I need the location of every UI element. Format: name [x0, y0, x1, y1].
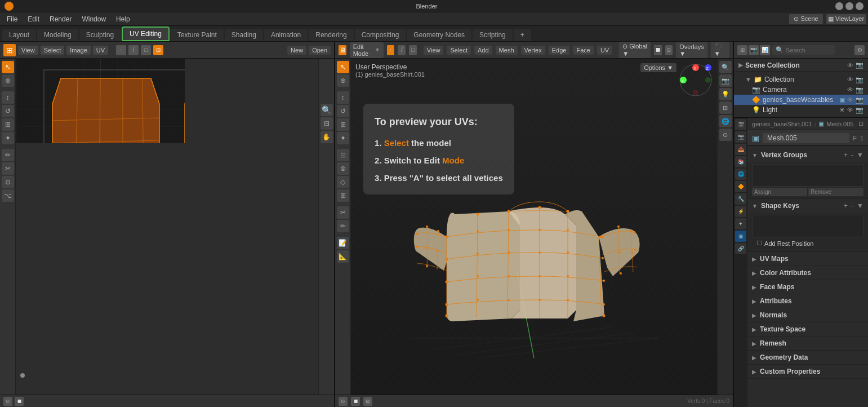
vp-zoom-icon[interactable]: 🔍: [719, 61, 732, 73]
vp-tool-cursor[interactable]: ⊕: [337, 74, 349, 87]
viewport-scene[interactable]: ↖ ⊕ ↕ ↺ ⊞ ✦ ⊡ ⊚ ◇ ⊞ ✂ ✏ 📝 📐: [335, 59, 733, 395]
vp-tool-rotate[interactable]: ↺: [337, 105, 349, 117]
tab-geometry-nodes[interactable]: Geometry Nodes: [407, 29, 471, 41]
nav-gizmo[interactable]: X Y Z: [679, 63, 713, 97]
tree-light[interactable]: 💡 Light ☀ 👁 📷: [734, 105, 868, 115]
viewport-snap-icon[interactable]: 🔲: [654, 45, 662, 55]
vp-tool-transform[interactable]: ✦: [337, 132, 349, 144]
shape-keys-options[interactable]: ▼: [857, 202, 863, 210]
right-panel-search[interactable]: [786, 47, 831, 54]
collection-camera[interactable]: 📷: [856, 76, 863, 83]
uv-select-vertices[interactable]: ·: [116, 45, 126, 55]
vp-x-mirror[interactable]: ⊠: [363, 397, 372, 406]
shape-keys-header[interactable]: ▼ Shape Keys + - ▼: [747, 199, 868, 213]
tab-uv-editing[interactable]: UV Editing: [122, 26, 170, 41]
tool-select[interactable]: ↖: [2, 61, 14, 73]
viewport-shading-btn[interactable]: ⚫ ▼: [711, 42, 729, 58]
uv-select-islands[interactable]: ⊡: [153, 45, 163, 55]
vp-tool-knife[interactable]: ✂: [337, 206, 349, 219]
tool-scale[interactable]: ⊞: [2, 118, 14, 131]
normals-header[interactable]: ▶ Normals: [747, 308, 868, 322]
vp-tool-move[interactable]: ↕: [337, 91, 349, 104]
uv-select-menu[interactable]: Select: [41, 46, 65, 55]
texture-space-header[interactable]: ▶ Texture Space: [747, 322, 868, 336]
viewport-proportional-icon[interactable]: ⊙: [665, 45, 673, 55]
tab-sculpting[interactable]: Sculpting: [79, 29, 121, 41]
menu-help[interactable]: Help: [112, 14, 135, 24]
custom-properties-header[interactable]: ▶ Custom Properties: [747, 365, 868, 378]
color-attributes-header[interactable]: ▶ Color Attributes: [747, 266, 868, 280]
vertex-groups-remove[interactable]: -: [851, 151, 853, 159]
menu-window[interactable]: Window: [77, 14, 110, 24]
viewport-global-selector[interactable]: ⊙ Global ▼: [619, 42, 651, 58]
tool-transform[interactable]: ✦: [2, 132, 14, 144]
uv-select-faces[interactable]: □: [141, 45, 151, 55]
shape-keys-remove[interactable]: -: [851, 202, 853, 210]
shape-keys-add[interactable]: +: [844, 202, 848, 210]
prop-scene-icon[interactable]: 🎬: [735, 119, 746, 130]
viewport-mesh-menu[interactable]: Mesh: [496, 46, 518, 55]
close-button[interactable]: [856, 2, 863, 10]
wearables-vis[interactable]: 👁: [847, 96, 853, 103]
mesh-edge-mode[interactable]: /: [398, 45, 406, 55]
rh-settings[interactable]: ⚙: [854, 45, 865, 55]
attributes-header[interactable]: ▶ Attributes: [747, 294, 868, 308]
vp-grid-icon[interactable]: ⊞: [719, 101, 732, 114]
tab-texture-paint[interactable]: Texture Paint: [171, 29, 224, 41]
vp-tool-annotate[interactable]: 📝: [337, 237, 349, 249]
tool-cursor[interactable]: ⊕: [2, 74, 14, 87]
tool-move[interactable]: ↕: [2, 91, 14, 104]
uv-open-button[interactable]: Open: [309, 46, 331, 55]
tab-modeling[interactable]: Modeling: [37, 29, 78, 41]
light-render[interactable]: 📷: [856, 107, 863, 114]
rh-icon2[interactable]: 📷: [749, 45, 759, 55]
viewport-add-menu[interactable]: Add: [474, 46, 492, 55]
wearables-render[interactable]: 📷: [856, 96, 863, 104]
tab-rendering[interactable]: Rendering: [309, 29, 353, 41]
tab-shading[interactable]: Shading: [225, 29, 263, 41]
menu-render[interactable]: Render: [45, 14, 76, 24]
minimize-button[interactable]: [835, 2, 843, 10]
camera-toggle-scene[interactable]: 📷: [856, 61, 863, 69]
viewport-edge-menu[interactable]: Edge: [549, 46, 570, 55]
vp-light-icon[interactable]: 💡: [719, 88, 732, 100]
rh-icon3[interactable]: 📊: [760, 45, 770, 55]
edit-mode-selector[interactable]: Edit Mode ▼: [350, 42, 384, 58]
prop-render-icon[interactable]: 📷: [735, 131, 746, 143]
uv-snap-icon[interactable]: 🔲: [15, 397, 24, 406]
face-maps-header[interactable]: ▶ Face Maps: [747, 280, 868, 294]
viewport-editor-icon[interactable]: 🖥: [339, 45, 346, 55]
prop-particle-icon[interactable]: ✦: [735, 218, 746, 229]
vertex-groups-header[interactable]: ▼ Vertex Groups + - ▼: [747, 148, 868, 162]
scene-selector[interactable]: ⊙ Scene: [789, 14, 823, 24]
vg-btn1[interactable]: Assign: [752, 188, 807, 196]
camera-render[interactable]: 📷: [856, 86, 863, 94]
grab-pan-btn[interactable]: ✋: [321, 131, 333, 143]
tab-scripting[interactable]: Scripting: [473, 29, 513, 41]
camera-vis[interactable]: 👁: [847, 86, 853, 93]
prop-shader-icon[interactable]: ⚡: [735, 206, 746, 217]
menu-file[interactable]: File: [2, 14, 22, 24]
viewport-options-btn[interactable]: Options ▼: [640, 63, 676, 72]
vertex-groups-add[interactable]: +: [844, 151, 848, 159]
maximize-button[interactable]: [845, 2, 853, 10]
uv-maps-header[interactable]: ▶ UV Maps: [747, 252, 868, 266]
mesh-vertices-mode[interactable]: ·: [387, 45, 395, 55]
tree-camera[interactable]: 📷 Camera 👁 📷: [734, 85, 868, 95]
tab-add[interactable]: +: [514, 29, 531, 41]
vp-world-icon[interactable]: 🌐: [719, 115, 732, 127]
vp-tool-extrude[interactable]: ⊡: [337, 149, 349, 161]
collection-eye[interactable]: 👁: [847, 76, 853, 83]
viewport-uv-menu[interactable]: UV: [597, 46, 612, 55]
viewport-select-menu[interactable]: Select: [447, 46, 471, 55]
vp-scene-icon[interactable]: ⊙: [719, 129, 732, 141]
remesh-header[interactable]: ▶ Remesh: [747, 337, 868, 350]
vp-proportional-icon[interactable]: ⊙: [339, 397, 348, 406]
vp-camera-icon[interactable]: 📷: [719, 74, 732, 87]
light-vis[interactable]: 👁: [847, 107, 853, 113]
prop-constraint-icon[interactable]: 🔗: [735, 243, 746, 254]
tab-layout[interactable]: Layout: [2, 29, 36, 41]
prop-output-icon[interactable]: 📤: [735, 144, 746, 155]
layer-selector[interactable]: ▦ ViewLayer: [826, 14, 866, 24]
vp-tool-loop-cut[interactable]: ⊞: [337, 189, 349, 202]
